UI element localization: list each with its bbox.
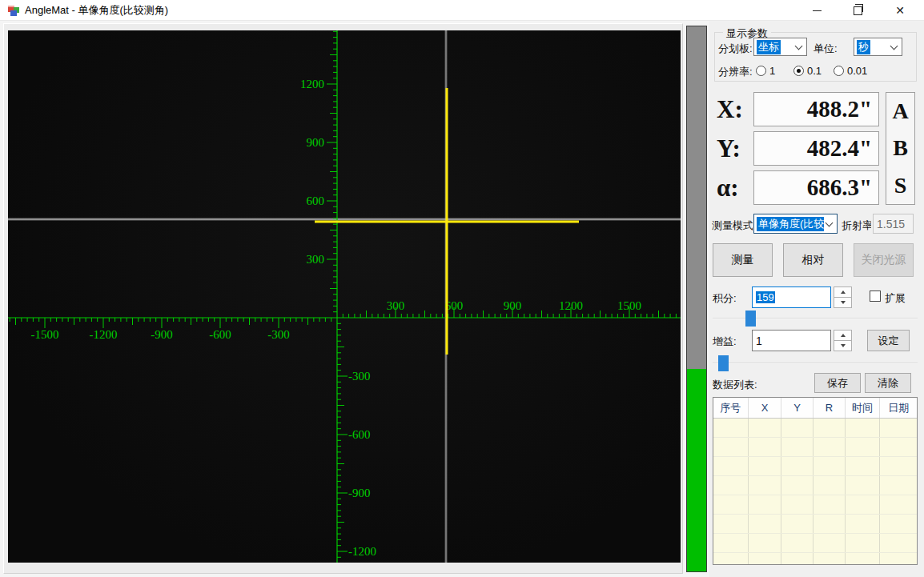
app-icon xyxy=(7,4,20,17)
table-cell xyxy=(749,457,782,475)
svg-text:1200: 1200 xyxy=(559,299,583,312)
table-cell xyxy=(713,515,749,533)
integration-slider-track[interactable] xyxy=(713,318,918,319)
reticle-select-label: 分划板: xyxy=(718,42,753,56)
restore-button[interactable] xyxy=(839,0,876,21)
resolution-radio-001[interactable] xyxy=(834,66,844,76)
table-cell xyxy=(781,476,814,495)
gain-slider-track[interactable] xyxy=(713,363,918,364)
table-row xyxy=(713,553,917,565)
resolution-radio-01-label[interactable]: 0.1 xyxy=(807,65,822,77)
mode-a-indicator: A xyxy=(886,93,914,130)
save-button[interactable]: 保存 xyxy=(814,373,861,393)
table-cell xyxy=(880,515,917,533)
relative-button[interactable]: 相对 xyxy=(783,243,843,277)
svg-text:300: 300 xyxy=(307,253,325,266)
table-cell xyxy=(713,534,749,552)
expand-checkbox-label[interactable]: 扩展 xyxy=(885,291,906,306)
column-header: Y xyxy=(781,398,814,418)
camera-view: -1500-1200-900-600-300300600900120015001… xyxy=(8,30,681,563)
svg-text:-1200: -1200 xyxy=(348,545,376,558)
spin-up-icon[interactable] xyxy=(834,330,852,341)
minimize-button[interactable] xyxy=(798,0,835,21)
table-cell xyxy=(749,495,782,514)
alpha-readout-value: 686.3" xyxy=(753,170,879,205)
table-cell xyxy=(781,515,814,533)
table-cell xyxy=(814,457,846,475)
refraction-label: 折射率: xyxy=(842,218,871,233)
table-cell xyxy=(880,419,917,437)
table-cell xyxy=(880,457,917,475)
integration-slider-thumb[interactable] xyxy=(745,311,756,327)
integration-input[interactable]: 159 xyxy=(752,286,831,308)
unit-select-label: 单位: xyxy=(814,42,838,56)
table-cell xyxy=(814,553,846,565)
mode-s-indicator: S xyxy=(886,167,914,204)
abs-mode-box: A B S xyxy=(886,92,915,205)
data-table: 序号 X Y R 时间 日期 xyxy=(713,397,918,565)
table-cell xyxy=(846,553,881,565)
measure-button[interactable]: 测量 xyxy=(713,243,773,277)
table-cell xyxy=(846,476,881,495)
table-cell xyxy=(749,438,782,456)
resolution-radio-1-label[interactable]: 1 xyxy=(769,65,775,77)
y-readout-value: 482.4" xyxy=(753,131,879,166)
spin-down-icon[interactable] xyxy=(834,298,852,308)
anglemat-window: AngleMat - 单像角度(比较测角) ✕ -1500-1200-900-6… xyxy=(0,0,924,577)
table-cell xyxy=(814,515,846,533)
svg-text:-1200: -1200 xyxy=(90,328,118,341)
integration-spinner[interactable] xyxy=(834,286,852,308)
table-cell xyxy=(814,438,846,456)
table-cell xyxy=(781,457,814,475)
reticle-select[interactable]: 坐标 xyxy=(753,38,807,56)
table-row xyxy=(713,419,917,438)
unit-select-value: 秒 xyxy=(857,40,870,54)
spin-down-icon[interactable] xyxy=(834,341,852,351)
chevron-down-icon xyxy=(826,218,834,226)
resolution-label: 分辨率: xyxy=(718,65,753,79)
table-cell xyxy=(880,476,917,495)
data-table-body xyxy=(713,419,917,565)
alpha-readout-label: α: xyxy=(717,170,739,205)
gain-slider-thumb[interactable] xyxy=(718,355,729,371)
spin-up-icon[interactable] xyxy=(834,286,852,298)
column-header: X xyxy=(749,398,782,418)
table-row xyxy=(713,438,917,457)
resolution-radio-01[interactable] xyxy=(793,66,804,76)
table-row xyxy=(713,515,917,534)
gain-input[interactable]: 1 xyxy=(752,330,831,351)
table-cell xyxy=(880,534,917,552)
svg-text:300: 300 xyxy=(387,299,405,312)
table-row xyxy=(713,495,917,515)
table-cell xyxy=(781,553,814,565)
table-cell xyxy=(713,476,749,495)
svg-text:-600: -600 xyxy=(348,428,371,441)
unit-select[interactable]: 秒 xyxy=(854,38,902,56)
integration-label: 积分: xyxy=(713,291,737,306)
table-cell xyxy=(846,495,881,514)
svg-text:900: 900 xyxy=(307,136,325,149)
gain-label: 增益: xyxy=(713,335,737,349)
column-header: R xyxy=(814,398,846,418)
measure-mode-value: 单像角度(比较测角) xyxy=(757,217,824,231)
resolution-radio-001-label[interactable]: 0.01 xyxy=(847,65,867,77)
svg-text:-900: -900 xyxy=(151,328,173,341)
table-cell xyxy=(749,534,782,552)
gain-spinner[interactable] xyxy=(834,330,852,351)
table-cell xyxy=(846,534,881,552)
table-cell xyxy=(880,438,917,456)
resolution-radio-1[interactable] xyxy=(756,66,766,76)
reticle-select-value: 坐标 xyxy=(757,40,781,54)
table-cell xyxy=(781,438,814,456)
measure-mode-select[interactable]: 单像角度(比较测角) xyxy=(753,214,838,234)
table-cell xyxy=(749,515,782,533)
table-cell xyxy=(713,419,749,437)
expand-checkbox[interactable] xyxy=(870,291,881,302)
table-cell xyxy=(713,457,749,475)
refraction-input: 1.515 xyxy=(873,214,914,234)
close-button[interactable]: ✕ xyxy=(882,0,918,21)
table-cell xyxy=(713,495,749,514)
column-header: 序号 xyxy=(713,398,749,418)
set-button[interactable]: 设定 xyxy=(867,330,910,351)
clear-button[interactable]: 清除 xyxy=(865,373,911,393)
